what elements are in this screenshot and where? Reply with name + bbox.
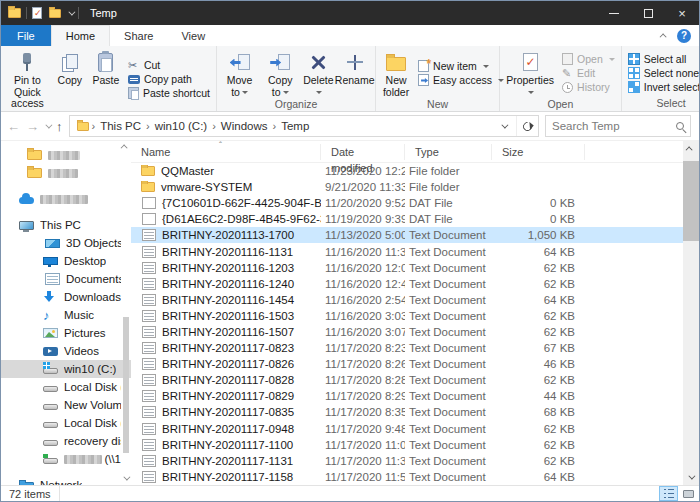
close-button[interactable]: × — [665, 1, 699, 25]
file-list-scrollbar[interactable] — [683, 141, 699, 485]
file-row[interactable]: vmware-SYSTEM 9/21/2020 11:33 AM File fo… — [131, 179, 683, 195]
breadcrumb-segment[interactable]: Windows — [217, 120, 272, 132]
file-row[interactable]: BRITHNY-20201117-0835 11/17/2020 8:35 AM… — [131, 404, 683, 420]
scroll-up-icon[interactable] — [686, 146, 693, 153]
sidebar-item[interactable]: recovery disk (K:) — [1, 432, 131, 450]
sidebar-item[interactable] — [1, 146, 131, 164]
paste-shortcut-button[interactable]: Paste shortcut — [128, 87, 210, 99]
forward-icon[interactable]: → — [26, 120, 39, 133]
help-icon[interactable]: ? — [677, 29, 691, 43]
file-row[interactable]: BRITHNY-20201116-1203 11/16/2020 12:03 .… — [131, 260, 683, 276]
sidebar-item[interactable] — [1, 190, 131, 208]
copy-to-button[interactable]: Copy to — [260, 48, 300, 98]
file-name: BRITHNY-20201117-1100 — [162, 439, 293, 451]
breadcrumb-segment[interactable]: win10 (C:) — [151, 120, 211, 132]
sidebar-item[interactable]: Documents — [1, 270, 131, 288]
sidebar-item[interactable]: Music — [1, 306, 131, 324]
address-dropdown-chevron-icon[interactable] — [492, 116, 514, 136]
scroll-thumb[interactable] — [683, 161, 699, 241]
copy-path-button[interactable]: Copy path — [128, 73, 210, 85]
column-header-size[interactable]: Size — [492, 144, 585, 160]
group-label-new: New — [378, 98, 497, 111]
file-row[interactable]: BRITHNY-20201116-1454 11/16/2020 2:54 PM… — [131, 292, 683, 308]
sidebar-item[interactable]: This PC — [1, 216, 131, 234]
file-type: Text Document — [405, 229, 492, 241]
column-header-name[interactable]: Name — [131, 144, 321, 160]
edit-button[interactable]: Edit — [562, 67, 615, 79]
file-row[interactable]: BRITHNY-20201117-1158 11/17/2020 11:58 .… — [131, 469, 683, 485]
copy-button[interactable]: Copy — [52, 48, 88, 110]
tab-share[interactable]: Share — [110, 25, 167, 46]
search-input[interactable]: Search Temp — [545, 115, 691, 137]
sidebar-item[interactable]: Local Disk (D:) — [1, 378, 131, 396]
sidebar-item[interactable]: (\\1 — [1, 450, 131, 468]
file-row[interactable]: QQMaster 11/23/2020 12:29 ... File folde… — [131, 163, 683, 179]
move-to-button[interactable]: Move to — [219, 48, 260, 98]
breadcrumb-segment[interactable]: Temp — [277, 120, 313, 132]
scroll-down-icon[interactable] — [688, 473, 695, 480]
sidebar-item[interactable]: Network — [1, 476, 131, 485]
new-item-button[interactable]: New item — [418, 60, 504, 72]
back-icon[interactable]: ← — [7, 120, 20, 133]
easy-access-button[interactable]: Easy access — [418, 74, 504, 86]
tab-view[interactable]: View — [167, 25, 219, 46]
column-header-date-modified[interactable]: Date modified — [321, 144, 405, 160]
file-row[interactable]: BRITHNY-20201117-1131 11/17/2020 11:31 .… — [131, 453, 683, 469]
tab-home[interactable]: Home — [51, 25, 110, 46]
file-icon — [142, 358, 156, 370]
minimize-button[interactable] — [597, 1, 631, 25]
file-row[interactable]: BRITHNY-20201113-1700 11/13/2020 5:00 PM… — [131, 227, 683, 243]
sidebar-scroll-thumb[interactable] — [123, 317, 129, 453]
sidebar-scroll-down-icon[interactable] — [123, 474, 130, 481]
history-button[interactable]: History — [562, 81, 615, 93]
sidebar-item[interactable]: Desktop — [1, 252, 131, 270]
refresh-icon[interactable] — [516, 116, 538, 136]
breadcrumb-segment[interactable]: This PC — [96, 120, 145, 132]
file-row[interactable]: BRITHNY-20201117-0828 11/17/2020 8:28 AM… — [131, 372, 683, 388]
sidebar-item-icon — [45, 239, 60, 248]
sidebar-item[interactable]: 3D Objects — [1, 234, 131, 252]
thumbnails-view-button[interactable] — [679, 486, 698, 501]
file-row[interactable]: BRITHNY-20201117-0829 11/17/2020 8:29 AM… — [131, 388, 683, 404]
qat-new-folder-icon[interactable] — [49, 9, 61, 18]
open-button[interactable]: Open — [562, 53, 615, 65]
invert-selection-button[interactable]: Invert selection — [628, 81, 700, 93]
sidebar-item[interactable]: Pictures — [1, 324, 131, 342]
file-row[interactable]: BRITHNY-20201117-0948 11/17/2020 9:48 AM… — [131, 421, 683, 437]
file-menu-button[interactable]: File — [1, 25, 51, 46]
sidebar-item[interactable]: Downloads — [1, 288, 131, 306]
sidebar-scroll-up-icon[interactable] — [121, 144, 128, 151]
paste-button[interactable]: Paste — [88, 48, 124, 110]
column-header-type[interactable]: Type — [405, 144, 492, 160]
recent-locations-chevron-icon[interactable] — [45, 121, 52, 128]
select-none-button[interactable]: Select none — [628, 67, 700, 79]
file-row[interactable]: BRITHNY-20201117-0826 11/17/2020 8:26 AM… — [131, 356, 683, 372]
select-all-button[interactable]: Select all — [628, 53, 700, 65]
sidebar-item[interactable] — [1, 164, 131, 182]
cut-button[interactable]: Cut — [128, 59, 210, 71]
qat-properties-icon[interactable] — [32, 7, 42, 19]
address-bar[interactable]: ›This PC›win10 (C:)›Windows›Temp — [69, 115, 540, 137]
sidebar-item[interactable]: win10 (C:) — [1, 360, 131, 378]
file-row[interactable]: BRITHNY-20201116-1131 11/16/2020 11:31 .… — [131, 243, 683, 259]
sidebar-item[interactable]: Local Disk (G:) — [1, 414, 131, 432]
file-row[interactable]: BRITHNY-20201117-1100 11/17/2020 11:00 .… — [131, 437, 683, 453]
sidebar-item[interactable]: Videos — [1, 342, 131, 360]
file-row[interactable]: BRITHNY-20201116-1240 11/16/2020 12:40 .… — [131, 276, 683, 292]
sidebar-scrollbar[interactable] — [122, 141, 130, 485]
file-row[interactable]: BRITHNY-20201116-1503 11/16/2020 3:03 PM… — [131, 308, 683, 324]
pin-to-quick-access-button[interactable]: Pin to Quick access — [3, 48, 52, 110]
new-folder-button[interactable]: New folder — [378, 48, 414, 98]
maximize-button[interactable] — [631, 1, 665, 25]
qat-customize-chevron-icon[interactable] — [68, 8, 75, 15]
sidebar-item[interactable]: New Volume (E:) — [1, 396, 131, 414]
details-view-button[interactable] — [659, 486, 678, 501]
file-row[interactable]: {7C10601D-662F-4425-904F-B3B2BC43E6... 1… — [131, 195, 683, 211]
file-row[interactable]: {D61AE6C2-D98F-4B45-9F62-389EEBB27A... 1… — [131, 211, 683, 227]
properties-button[interactable]: Properties — [502, 48, 558, 98]
file-row[interactable]: BRITHNY-20201116-1507 11/16/2020 3:07 PM… — [131, 324, 683, 340]
rename-button[interactable]: Rename — [336, 48, 373, 98]
up-icon[interactable]: ↑ — [56, 120, 63, 133]
file-row[interactable]: BRITHNY-20201117-0823 11/17/2020 8:23 AM… — [131, 340, 683, 356]
delete-button[interactable]: Delete — [300, 48, 336, 98]
